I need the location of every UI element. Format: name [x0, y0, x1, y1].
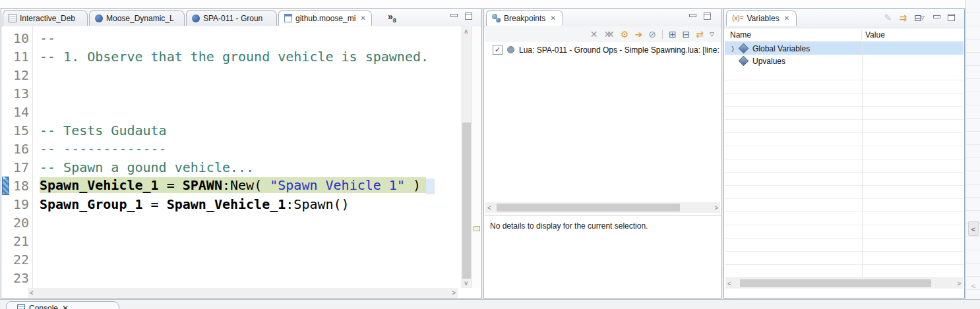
code-line-22: 22 — [2, 250, 461, 269]
variables-horizontal-scrollbar[interactable]: < > — [725, 278, 963, 289]
line-number: 22 — [2, 252, 34, 267]
editor-tab-spa-011-groun[interactable]: SPA-011 - Groun — [186, 10, 277, 26]
close-icon[interactable]: ✕ — [62, 304, 69, 309]
scrollbar-thumb[interactable] — [497, 204, 680, 211]
line-number: 12 — [2, 67, 34, 83]
scroll-right-icon[interactable]: > — [452, 290, 456, 296]
editor-tab-moose-dynamic-l[interactable]: Moose_Dynamic_L — [89, 10, 185, 26]
tab-variables[interactable]: (x)= Variables ✕ — [726, 10, 797, 26]
column-divider[interactable] — [862, 42, 863, 278]
lua-file-icon — [192, 14, 200, 22]
show-breakpoints-for-target-icon[interactable]: ⚙ — [621, 30, 629, 39]
scroll-down-icon[interactable]: ∨ — [464, 280, 468, 287]
strip-row-line — [966, 250, 980, 264]
scroll-left-icon[interactable]: < — [968, 279, 979, 293]
empty-table-row — [725, 252, 964, 265]
strip-row-line — [966, 105, 980, 119]
breakpoints-horizontal-scrollbar[interactable]: < > — [485, 202, 720, 213]
empty-table-row — [725, 159, 964, 173]
line-number: 10 — [2, 30, 34, 46]
go-to-file-icon[interactable]: ➔ — [634, 30, 642, 39]
maximize-view-icon[interactable] — [704, 13, 711, 20]
variable-row-global-variables[interactable]: ❭Global Variables — [725, 42, 964, 55]
collapsed-view-strip: < < — [965, 0, 980, 309]
remove-breakpoint-icon[interactable]: ✕ — [590, 30, 598, 39]
code-line-17: 17-- Spawn a gound vehicle... — [2, 158, 461, 177]
editor-window-icon — [284, 14, 292, 22]
variables-footer-strip — [725, 289, 963, 297]
breakpoint-dot-icon — [507, 46, 514, 53]
minimize-view-icon[interactable] — [933, 14, 940, 20]
scroll-left-icon[interactable]: < — [487, 205, 491, 211]
editor-tab-interactive-deb[interactable]: Interactive_Deb — [3, 10, 88, 26]
code-line-15: 15-- Tests Gudauta — [2, 121, 461, 140]
close-icon[interactable]: ✕ — [784, 14, 789, 22]
variables-table[interactable]: Name Value ❭Global VariablesUpvalues — [725, 28, 964, 278]
close-icon[interactable]: ✕ — [550, 14, 555, 22]
code-line-20: 20 — [2, 213, 461, 232]
debug-current-line-marker-icon[interactable] — [2, 177, 9, 195]
overview-ruler[interactable] — [472, 26, 481, 288]
editor-horizontal-scrollbar[interactable]: < > — [28, 288, 458, 298]
maximize-view-icon[interactable] — [948, 14, 955, 21]
variables-view-icon: (x)= — [732, 14, 744, 22]
show-logical-structure-icon[interactable]: ⇉ — [900, 13, 907, 22]
scroll-left-icon[interactable]: < — [30, 290, 34, 296]
instruction-pointer-tail — [426, 179, 435, 194]
code-line-19: 19Spawn_Group_1 = Spawn_Vehicle_1:Spawn(… — [2, 195, 461, 213]
strip-row-line — [966, 26, 980, 40]
minimize-view-icon[interactable] — [450, 13, 457, 19]
breakpoints-panel: Breakpoints ✕ ✕✕✕⚙➔⊘⊞⊟⇄▽ ✓ Lua: SPA-011 … — [483, 8, 722, 299]
table-header[interactable]: Name Value — [725, 28, 964, 42]
expand-chevron-icon[interactable]: ❭ — [725, 45, 738, 52]
scroll-left-icon[interactable]: < — [727, 281, 731, 287]
code-line-14: 14 — [2, 103, 461, 121]
scroll-left-icon[interactable]: < — [968, 221, 979, 236]
collapse-all-icon[interactable]: ⊟ — [683, 30, 690, 39]
tab-console[interactable]: Console ✕ — [6, 301, 119, 309]
empty-table-row — [725, 225, 964, 239]
scrollbar-thumb[interactable] — [740, 279, 931, 287]
breakpoint-details-pane: No details to display for the current se… — [485, 215, 721, 298]
scroll-right-icon[interactable]: > — [957, 281, 961, 287]
column-header-name[interactable]: Name — [725, 30, 862, 40]
code-line-21: 21 — [2, 232, 461, 250]
minimize-view-icon[interactable] — [689, 13, 696, 19]
link-with-debug-view-icon[interactable]: ⇄ — [696, 30, 704, 39]
tab-label: SPA-011 - Groun — [203, 14, 262, 23]
column-header-value[interactable]: Value — [862, 30, 885, 40]
breakpoint-enabled-checkbox[interactable]: ✓ — [493, 45, 503, 55]
view-menu-icon[interactable]: ▽ — [710, 32, 714, 38]
empty-table-row — [725, 186, 964, 199]
code-line-23: 23 — [2, 269, 461, 287]
strip-row-line — [966, 66, 980, 79]
strip-row-line — [966, 53, 980, 66]
empty-table-row — [725, 80, 964, 94]
strip-row-line — [966, 198, 980, 211]
code-editor[interactable]: 10--11-- 1. Observe that the ground vehi… — [2, 26, 461, 288]
expand-all-icon[interactable]: ⊞ — [669, 30, 677, 39]
variables-toolbar: ✎⇉⊟ — [884, 13, 922, 22]
close-icon[interactable]: ✕ — [360, 14, 365, 22]
tab-breakpoints[interactable]: Breakpoints ✕ — [486, 10, 563, 26]
variable-row-upvalues[interactable]: Upvalues — [725, 55, 964, 67]
editor-vertical-scrollbar[interactable]: ∧ ∨ — [461, 26, 472, 288]
scroll-up-icon[interactable]: ∧ — [464, 28, 468, 35]
breakpoint-label: Lua: SPA-011 - Ground Ops - Simple Spawn… — [519, 45, 720, 55]
empty-table-row — [725, 107, 964, 120]
strip-row-line — [966, 119, 980, 132]
skip-all-breakpoints-icon[interactable]: ⊘ — [648, 30, 656, 39]
view-menu-icon[interactable]: ▽ — [921, 14, 925, 20]
show-type-names-icon[interactable]: ✎ — [884, 13, 892, 22]
scroll-right-icon[interactable]: > — [714, 205, 718, 211]
breakpoint-row[interactable]: ✓ Lua: SPA-011 - Ground Ops - Simple Spa… — [485, 43, 721, 56]
editor-tab-github-moose-mi[interactable]: github.moose_mi✕ — [278, 10, 372, 26]
current-line-annotation[interactable] — [474, 226, 480, 231]
variables-panel: (x)= Variables ✕ ✎⇉⊟ ▽ Name Value ❭Globa… — [723, 8, 965, 299]
tab-overflow-chevron[interactable]: »8 — [388, 11, 396, 24]
maximize-view-icon[interactable] — [465, 13, 472, 20]
scrollbar-thumb[interactable] — [462, 123, 471, 279]
remove-all-breakpoints-icon[interactable]: ✕✕ — [603, 30, 609, 39]
code-line-18: 18Spawn_Vehicle_1 = SPAWN:New( "Spawn Ve… — [2, 177, 461, 195]
empty-table-row — [725, 146, 964, 159]
